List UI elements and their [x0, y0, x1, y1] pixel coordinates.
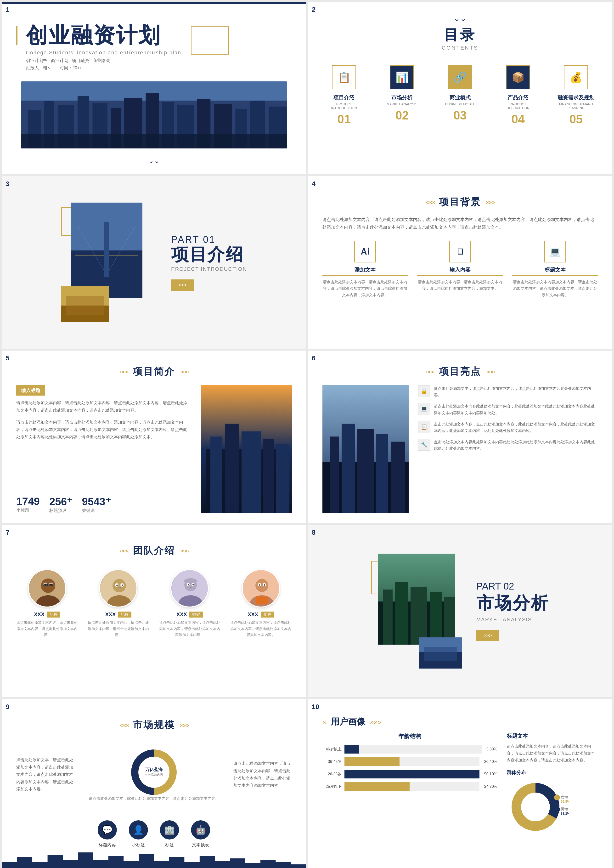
col-title-3: 标题文本 [512, 266, 598, 276]
content-icon-4: 📦 [506, 65, 530, 89]
slide-7: 7 ««« 团队介绍 »»» [2, 525, 306, 697]
section-header: ««« 项目亮点 »»» [323, 365, 598, 378]
main-image [71, 203, 143, 298]
donut-chart: 万亿蓝海 点击添加内容 [130, 748, 178, 796]
more-button[interactable]: >>> [171, 279, 194, 291]
highlight-icon-1: 🔒 [418, 385, 430, 397]
svg-rect-82 [424, 647, 457, 661]
svg-text:男性: 男性 [561, 807, 568, 811]
svg-text:点击添加内容: 点击添加内容 [144, 773, 163, 776]
slide-3: 3 [2, 176, 306, 349]
bar-fill-2 [344, 758, 400, 766]
col-text-2: 请点击此处添加文本内容，请点击此处添加文本内容，请点击此处处添加文本内容，添加文… [417, 279, 503, 292]
svg-point-94 [554, 806, 560, 812]
slide-number: 6 [312, 354, 316, 362]
icon-circle-1: 💬 [98, 820, 117, 840]
part-label: PART 01 [171, 234, 247, 245]
svg-rect-32 [263, 439, 274, 513]
content-icon-3: 🔗 [448, 65, 472, 89]
svg-text:万亿蓝海: 万亿蓝海 [145, 767, 163, 772]
section-title: 团队介绍 [133, 544, 175, 557]
bar-label-3: 26-35岁 [323, 772, 341, 777]
svg-point-64 [192, 584, 194, 585]
slide-number: 7 [6, 529, 9, 536]
icon-label-2: 小标题 [132, 842, 145, 848]
content-item-4: 📦 产品介绍 PRODUCTDESCRIPTION 04 [496, 65, 540, 126]
team-member-3: XXX 职称 请点击此处添加文本内容，请点击此处添加文本内容，请点击此处添加文本… [159, 569, 220, 638]
slide1-arrow: ⌄⌄ [21, 157, 287, 165]
bar-val-3: 50.10% [484, 772, 497, 776]
bar-track-4 [344, 782, 479, 791]
bar-row-1: 46岁以上 5.30% [323, 745, 498, 753]
content-label-zh-2: 市场分析 [391, 94, 412, 101]
content-label-zh-5: 融资需求及规划 [558, 94, 594, 101]
slide-2: 2 ⌄⌄ 目录 CONTENTS 📋 项目介绍 PROJECTINTRODUCT… [308, 2, 612, 174]
bar-track-3 [344, 770, 479, 778]
member-name-4: XXX [248, 611, 258, 618]
icon-label-1: 标题内容 [99, 842, 116, 848]
col-icon-2: 🖥 [449, 241, 471, 262]
svg-rect-30 [225, 424, 239, 514]
svg-text:66.9%: 66.9% [561, 800, 569, 803]
slide-number: 5 [6, 354, 9, 362]
more-btn-label: >>> [484, 633, 492, 638]
highlight-4: 🔧 点击此处添加文本内容此处添加文本内容此处此处添加此处添加文本内容此处添加文本… [418, 439, 598, 452]
svg-point-56 [116, 584, 118, 586]
more-button[interactable]: >>> [476, 630, 499, 641]
bottom-icon-3: 🏢 标题 [160, 820, 179, 848]
highlight-1: 🔒 请点击此处添加文本，请点击此处添加文本内容，请点击此处添加文本内容此处处添加… [418, 385, 598, 398]
member-desc-2: 请点击此处添加文本内容，请点击此处添加文本内容，请点击此处添加文本内容。 [88, 620, 149, 638]
icon-circle-2: 👤 [129, 820, 148, 840]
stats-row: 1749 小标题 256⁺ 标题预设 9543⁺ 关键词 [16, 488, 191, 513]
svg-rect-72 [256, 596, 268, 604]
body-text-2: 请点击此处添加文本内容，请点击此处添加文本内容，添加文本内容，请点击此处添加文本… [16, 419, 191, 441]
city-photo [201, 385, 292, 513]
team-member-1: XXX 职称 请点击此处添加文本内容，请点击此处添加文本内容，请点击此处添加文本… [16, 569, 78, 638]
highlight-text-1: 请点击此处添加文本，请点击此处添加文本内容，请点击此处添加文本内容此处处添加文本… [434, 385, 598, 398]
deco-left: ««« [426, 368, 434, 376]
col-title-2: 输入内容 [417, 266, 503, 276]
col-icon-1: Aⅰ [354, 241, 376, 262]
slide-4: 4 ««« 项目背景 »»» 请点击此处添加文本内容，请点击此处添加文本内容，请… [308, 176, 612, 349]
icon-circle-4: 🤖 [191, 820, 210, 840]
slide-number: 10 [312, 703, 319, 711]
member-title-3: 职称 [189, 612, 203, 618]
member-title-2: 职称 [118, 612, 132, 618]
left-col: 输入标题 请点击此处添加文本内容，请点击此处添加文本内容，请点击此处添加文本内容… [16, 385, 191, 513]
slide-number: 2 [312, 6, 316, 13]
contents-grid: 📋 项目介绍 PROJECTINTRODUCTION 01 📊 市场分析 MAR… [323, 65, 598, 126]
three-col: Aⅰ 添加文本 请点击此处添加文本内容，请点击此处添加文本内容，请点击此处添加文… [323, 241, 598, 298]
stat-2: 256⁺ 标题预设 [49, 495, 72, 513]
part-title: 项目介绍 [171, 245, 247, 264]
col-title-1: 添加文本 [323, 266, 408, 276]
section-title: 项目简介 [133, 365, 175, 378]
slide8-images [371, 554, 462, 669]
stat-label-2: 标题预设 [49, 508, 72, 513]
avatar-1 [28, 569, 66, 607]
avatar-2 [99, 569, 137, 607]
donut-area: 万亿蓝海 点击添加内容 请点击此处添加文本，此处此处处添加文本内容，请点击此处添… [89, 748, 219, 801]
content-label-zh-4: 产品介绍 [507, 94, 529, 101]
svg-rect-39 [376, 434, 388, 513]
slide1-title-en: College Students' innovation and entrepr… [26, 50, 181, 56]
slide-number: 4 [312, 180, 316, 188]
svg-rect-49 [49, 584, 53, 586]
highlight-2: 💻 请点击此处添加文本内容此处处添加文本内容，此处此处添加文本此处此处添加文本内… [418, 403, 598, 416]
content-area: 输入标题 请点击此处添加文本内容，请点击此处添加文本内容，请点击此处添加文本内容… [16, 385, 292, 513]
svg-text:33.1%: 33.1% [561, 812, 569, 815]
section-header: « 用户画像 »»» [323, 716, 598, 728]
col-item-2: 🖥 输入内容 请点击此处添加文本内容，请点击此处添加文本内容，请点击此处处添加文… [417, 241, 503, 298]
small-image [419, 637, 462, 669]
bar-track-2 [344, 758, 479, 766]
divider [489, 70, 489, 126]
content-num-3: 03 [453, 109, 467, 123]
svg-rect-33 [276, 444, 289, 513]
deco-left: ««« [120, 721, 128, 729]
svg-rect-75 [383, 590, 392, 644]
content-item-5: 💰 融资需求及规划 FINANCING DEMANDPLANNING 05 [554, 65, 598, 126]
deco-left: ««« [120, 547, 128, 554]
highlight-3: 📋 点击此处添加文本内容，点击此处添加文本内容，此处此处添加文本内容，此处此处此… [418, 421, 598, 434]
deco-left: ««« [426, 198, 434, 206]
col-text-3: 请点击此处添加文本内容加文本内容，请点击此处添加文本内容，请点击此处添加文本，请… [512, 279, 598, 298]
bottom-icon-1: 💬 标题内容 [98, 820, 117, 848]
